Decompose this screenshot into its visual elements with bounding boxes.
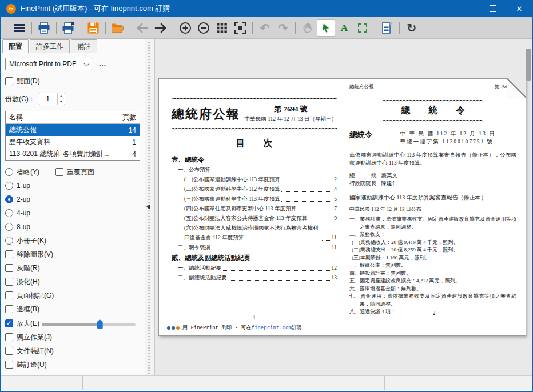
option-checkbox[interactable]: 文件裝訂(N) <box>5 345 141 357</box>
option-checkbox[interactable]: 獨立作業(J) <box>5 331 141 343</box>
select-tool-button[interactable] <box>317 19 335 37</box>
statusbar-segment <box>523 376 532 390</box>
wavy-rule <box>383 98 483 103</box>
report-item: 五、固定資產建設改良擴充：4,212 萬元，照列。 <box>349 277 516 285</box>
decree-date: 中 華 民 國 112 年 12 月 13 日 <box>400 130 496 138</box>
back-button[interactable] <box>133 19 152 37</box>
checkbox-icon <box>5 319 13 327</box>
enlarge-checkbox[interactable]: 放大(E) <box>5 318 141 329</box>
refresh-button[interactable]: ↻ <box>403 19 421 37</box>
option-checkbox[interactable]: 裝訂邊(U) <box>5 359 141 370</box>
grid-view-button[interactable] <box>213 19 231 37</box>
redo-button[interactable]: ↷ <box>274 19 292 37</box>
separator <box>7 22 7 34</box>
toc-title: 目 次 <box>172 138 337 150</box>
report-item: 七、資金運用：應依據業務收支及固定資產建設改良擴充等項之審查結果，隨同調整。 <box>349 293 516 308</box>
layout-radio[interactable]: 1-up <box>5 180 141 191</box>
spin-down-icon[interactable]: ▼ <box>58 99 65 105</box>
sidebar-tab[interactable]: 備註 <box>71 39 97 53</box>
toc-entry: (三)公布國家運動科學中心 113 年度預算 5 <box>172 194 337 204</box>
layout-radio[interactable]: 4-up <box>5 207 141 219</box>
signature-block: 總 統蔡英文 行政院院長陳建仁 <box>349 171 516 187</box>
slider-thumb[interactable] <box>97 319 103 329</box>
option-checkbox[interactable]: 邊框(B) <box>5 303 141 315</box>
close-button[interactable]: ✕ <box>506 0 532 17</box>
printer-more-button[interactable]: ... <box>99 60 106 68</box>
checkbox-icon <box>5 291 13 299</box>
checkbox-icon <box>5 77 13 85</box>
decree-label: 總統令 <box>349 130 373 146</box>
copies-input[interactable] <box>39 94 57 103</box>
options-checkbox-group-2: 獨立作業(J) 文件裝訂(N) 裝訂邊(U) <box>5 331 141 370</box>
checkbox-icon <box>5 264 13 272</box>
option-checkbox[interactable]: 灰階(R) <box>5 262 141 274</box>
option-checkbox[interactable]: 移除圖形(V) <box>5 249 141 260</box>
fit-page-button[interactable] <box>231 19 249 37</box>
wavy-rule <box>172 96 337 101</box>
copies-stepper[interactable]: ▲ ▼ <box>39 93 65 105</box>
separator <box>399 22 400 34</box>
report-item: 三、解繳公庫：無列數。 <box>349 262 516 270</box>
layout-radio[interactable]: 2-up <box>5 194 141 205</box>
save-button[interactable] <box>84 19 102 37</box>
repeat-pages-checkbox[interactable]: 重覆頁面 <box>55 166 94 178</box>
statusbar-segment <box>83 376 157 390</box>
statusbar <box>1 375 532 390</box>
select-region-button[interactable] <box>353 19 372 37</box>
toc-entry: (五)公布財團法人客家公共傳播基金會 113 年度預算 9 <box>172 214 337 223</box>
print-button[interactable] <box>35 19 53 37</box>
layout-radio[interactable]: 小冊子(K) <box>5 235 141 246</box>
preview-page-1[interactable]: 總統府公報 第 7694 號 中華民國 112 年 12 月 13 日（星期三）… <box>159 79 343 335</box>
preview-page-2[interactable]: 總統府公報 第 7694 號 總 統 令 總統令 中 華 民 國 112 年 1… <box>343 79 526 335</box>
minimize-button[interactable] <box>454 0 480 17</box>
menu-button[interactable] <box>10 19 29 37</box>
clipboard-doc-button[interactable] <box>378 19 396 37</box>
checkbox-icon <box>5 333 13 341</box>
printer-select[interactable]: Microsoft Print to PDF <box>5 58 92 70</box>
preview-sheet[interactable]: 總統府公報 第 7694 號 中華民國 112 年 12 月 13 日（星期三）… <box>158 78 526 336</box>
open-button[interactable] <box>109 19 127 37</box>
delete-job-button[interactable] <box>59 19 78 37</box>
radio-icon <box>5 182 13 190</box>
dashed-rect-icon <box>358 23 367 33</box>
pan-tool-button[interactable] <box>299 19 317 37</box>
sidebar-tab[interactable]: 許多工作 <box>30 39 70 53</box>
zoom-in-button[interactable] <box>176 19 194 37</box>
layout-radio[interactable]: 8-up <box>5 221 141 233</box>
checkbox-icon <box>5 361 13 369</box>
toc-entry: (一)公布國家運動訓練中心 113 年度預算 2 <box>172 175 337 185</box>
text-tool-button[interactable]: A <box>335 19 353 37</box>
maximize-button[interactable] <box>480 0 506 17</box>
forward-button[interactable] <box>152 19 170 37</box>
enlarge-slider[interactable] <box>42 317 141 330</box>
radio-icon <box>5 168 13 176</box>
checkbox-icon <box>5 347 13 355</box>
option-checkbox[interactable]: 頁面標記(G) <box>5 290 141 301</box>
radio-icon <box>5 237 13 245</box>
job-row[interactable]: 總統公報 14 <box>6 124 140 136</box>
panel-splitter[interactable] <box>145 39 155 376</box>
scrollbar-thumb[interactable] <box>526 49 531 81</box>
separator <box>56 22 57 34</box>
sidebar-tab[interactable]: 配置 <box>2 39 29 53</box>
job-row[interactable]: 113-0201-總統府-各項費用彙計... 4 <box>6 148 140 160</box>
undo-button[interactable]: ↶ <box>256 19 274 37</box>
dotted-leader <box>281 201 332 202</box>
preview-area: 總統府公報 第 7694 號 中華民國 112 年 12 月 13 日（星期三）… <box>155 39 532 376</box>
report-item: 四、轉投資計畫：無列數。 <box>349 270 516 278</box>
dotted-leader <box>281 182 332 182</box>
option-checkbox[interactable]: 淡化(H) <box>5 276 141 287</box>
duplex-checkbox[interactable]: 雙面(D) <box>5 75 141 87</box>
wavy-rule <box>172 126 337 131</box>
slider-track[interactable] <box>42 323 136 326</box>
wavy-rule <box>383 118 483 123</box>
report-subtitle: 國家運動訓練中心 113 年度預算案審查報告（修正本） <box>349 194 516 202</box>
sidebar-tabs: 配置許多工作備註 <box>1 39 145 53</box>
dot-icon <box>172 326 175 330</box>
dot-icon <box>167 326 170 330</box>
job-row[interactable]: 歷年收支資料 1 <box>6 136 140 148</box>
spin-up-icon[interactable]: ▲ <box>58 93 65 99</box>
zoom-out-button[interactable] <box>194 19 213 37</box>
collapse-panel-arrow-icon[interactable] <box>146 204 150 210</box>
dotted-leader <box>322 240 330 241</box>
